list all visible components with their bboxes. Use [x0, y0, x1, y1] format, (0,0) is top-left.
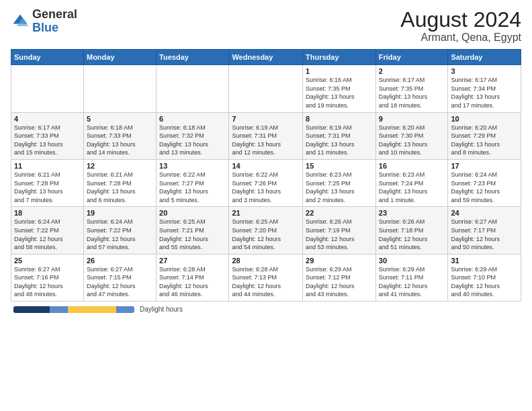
- header: General Blue August 2024 Armant, Qena, E…: [11, 8, 521, 44]
- calendar-cell: 14Sunrise: 6:22 AM Sunset: 7:26 PM Dayli…: [229, 159, 303, 206]
- day-number: 22: [306, 209, 373, 217]
- day-info: Sunrise: 6:18 AM Sunset: 7:32 PM Dayligh…: [159, 124, 226, 157]
- calendar-cell: 3Sunrise: 6:17 AM Sunset: 7:34 PM Daylig…: [448, 65, 521, 112]
- day-info: Sunrise: 6:24 AM Sunset: 7:23 PM Dayligh…: [451, 171, 518, 204]
- calendar-cell: 25Sunrise: 6:27 AM Sunset: 7:16 PM Dayli…: [11, 254, 84, 301]
- calendar-cell: 1Sunrise: 6:16 AM Sunset: 7:35 PM Daylig…: [303, 65, 376, 112]
- day-info: Sunrise: 6:21 AM Sunset: 7:28 PM Dayligh…: [14, 171, 81, 204]
- calendar-cell: 26Sunrise: 6:27 AM Sunset: 7:15 PM Dayli…: [83, 254, 156, 301]
- day-info: Sunrise: 6:25 AM Sunset: 7:20 PM Dayligh…: [232, 218, 300, 251]
- day-info: Sunrise: 6:22 AM Sunset: 7:27 PM Dayligh…: [159, 171, 226, 204]
- day-info: Sunrise: 6:23 AM Sunset: 7:25 PM Dayligh…: [306, 171, 373, 204]
- day-info: Sunrise: 6:25 AM Sunset: 7:21 PM Dayligh…: [159, 218, 226, 251]
- day-info: Sunrise: 6:27 AM Sunset: 7:17 PM Dayligh…: [451, 218, 518, 251]
- day-number: 28: [232, 257, 300, 265]
- col-header-saturday: Saturday: [448, 50, 521, 65]
- calendar-cell: 2Sunrise: 6:17 AM Sunset: 7:35 PM Daylig…: [375, 65, 448, 112]
- day-info: Sunrise: 6:29 AM Sunset: 7:10 PM Dayligh…: [451, 265, 518, 299]
- day-info: Sunrise: 6:28 AM Sunset: 7:13 PM Dayligh…: [232, 265, 300, 299]
- day-info: Sunrise: 6:17 AM Sunset: 7:34 PM Dayligh…: [451, 76, 518, 109]
- day-number: 15: [306, 162, 373, 170]
- calendar-cell: [229, 65, 303, 112]
- col-header-thursday: Thursday: [303, 50, 376, 65]
- day-info: Sunrise: 6:24 AM Sunset: 7:22 PM Dayligh…: [14, 218, 81, 251]
- calendar-cell: 21Sunrise: 6:25 AM Sunset: 7:20 PM Dayli…: [229, 207, 303, 254]
- day-info: Sunrise: 6:23 AM Sunset: 7:24 PM Dayligh…: [379, 171, 445, 204]
- day-number: 1: [306, 67, 373, 75]
- day-number: 27: [159, 257, 226, 265]
- calendar-cell: 16Sunrise: 6:23 AM Sunset: 7:24 PM Dayli…: [375, 159, 448, 206]
- calendar-cell: 29Sunrise: 6:29 AM Sunset: 7:12 PM Dayli…: [303, 254, 376, 301]
- calendar-cell: 28Sunrise: 6:28 AM Sunset: 7:13 PM Dayli…: [229, 254, 303, 301]
- day-info: Sunrise: 6:17 AM Sunset: 7:33 PM Dayligh…: [14, 124, 81, 157]
- day-number: 14: [232, 162, 300, 170]
- title-block: August 2024 Armant, Qena, Egypt: [400, 8, 521, 44]
- day-info: Sunrise: 6:26 AM Sunset: 7:18 PM Dayligh…: [379, 218, 445, 251]
- col-header-friday: Friday: [375, 50, 448, 65]
- day-number: 23: [379, 209, 445, 217]
- col-header-tuesday: Tuesday: [157, 50, 229, 65]
- calendar-cell: 23Sunrise: 6:26 AM Sunset: 7:18 PM Dayli…: [375, 207, 448, 254]
- calendar-cell: 30Sunrise: 6:29 AM Sunset: 7:11 PM Dayli…: [375, 254, 448, 301]
- day-info: Sunrise: 6:20 AM Sunset: 7:30 PM Dayligh…: [379, 124, 445, 157]
- calendar-cell: 12Sunrise: 6:21 AM Sunset: 7:28 PM Dayli…: [83, 159, 156, 206]
- day-segment: [68, 306, 116, 313]
- calendar-cell: [83, 65, 156, 112]
- col-header-monday: Monday: [83, 50, 156, 65]
- day-number: 6: [159, 115, 226, 123]
- calendar-cell: 13Sunrise: 6:22 AM Sunset: 7:27 PM Dayli…: [157, 159, 229, 206]
- day-number: 25: [14, 257, 81, 265]
- page: General Blue August 2024 Armant, Qena, E…: [0, 0, 532, 411]
- page-subtitle: Armant, Qena, Egypt: [400, 32, 521, 44]
- calendar-cell: 15Sunrise: 6:23 AM Sunset: 7:25 PM Dayli…: [303, 159, 376, 206]
- day-number: 20: [159, 209, 226, 217]
- day-number: 31: [451, 257, 518, 265]
- day-number: 3: [451, 67, 518, 75]
- day-info: Sunrise: 6:22 AM Sunset: 7:26 PM Dayligh…: [232, 171, 300, 204]
- night-segment: [13, 306, 50, 313]
- logo-icon: [11, 12, 30, 31]
- day-info: Sunrise: 6:27 AM Sunset: 7:15 PM Dayligh…: [87, 265, 153, 299]
- day-number: 7: [232, 115, 300, 123]
- week-row-1: 4Sunrise: 6:17 AM Sunset: 7:33 PM Daylig…: [11, 112, 521, 159]
- day-number: 16: [379, 162, 445, 170]
- day-number: 10: [451, 115, 518, 123]
- calendar-cell: 7Sunrise: 6:19 AM Sunset: 7:31 PM Daylig…: [229, 112, 303, 159]
- day-info: Sunrise: 6:19 AM Sunset: 7:31 PM Dayligh…: [306, 124, 373, 157]
- day-info: Sunrise: 6:16 AM Sunset: 7:35 PM Dayligh…: [306, 76, 373, 109]
- calendar-cell: 17Sunrise: 6:24 AM Sunset: 7:23 PM Dayli…: [448, 159, 521, 206]
- calendar-cell: 27Sunrise: 6:28 AM Sunset: 7:14 PM Dayli…: [157, 254, 229, 301]
- page-title: August 2024: [400, 8, 521, 32]
- day-number: 18: [14, 209, 81, 217]
- col-header-sunday: Sunday: [11, 50, 84, 65]
- calendar-cell: 18Sunrise: 6:24 AM Sunset: 7:22 PM Dayli…: [11, 207, 84, 254]
- calendar-header: SundayMondayTuesdayWednesdayThursdayFrid…: [11, 50, 521, 65]
- calendar-body: 1Sunrise: 6:16 AM Sunset: 7:35 PM Daylig…: [11, 65, 521, 302]
- day-info: Sunrise: 6:19 AM Sunset: 7:31 PM Dayligh…: [232, 124, 300, 157]
- day-number: 12: [87, 162, 153, 170]
- day-info: Sunrise: 6:29 AM Sunset: 7:11 PM Dayligh…: [379, 265, 445, 299]
- logo: General Blue: [11, 8, 77, 35]
- day-info: Sunrise: 6:27 AM Sunset: 7:16 PM Dayligh…: [14, 265, 81, 299]
- week-row-2: 11Sunrise: 6:21 AM Sunset: 7:28 PM Dayli…: [11, 159, 521, 206]
- day-number: 8: [306, 115, 373, 123]
- day-number: 29: [306, 257, 373, 265]
- twilight-segment: [50, 306, 68, 313]
- day-number: 26: [87, 257, 153, 265]
- logo-blue: Blue: [32, 21, 58, 34]
- day-number: 24: [451, 209, 518, 217]
- daylight-bar: [13, 306, 134, 313]
- day-info: Sunrise: 6:17 AM Sunset: 7:35 PM Dayligh…: [379, 76, 445, 109]
- day-info: Sunrise: 6:29 AM Sunset: 7:12 PM Dayligh…: [306, 265, 373, 299]
- week-row-3: 18Sunrise: 6:24 AM Sunset: 7:22 PM Dayli…: [11, 207, 521, 254]
- calendar-cell: 9Sunrise: 6:20 AM Sunset: 7:30 PM Daylig…: [375, 112, 448, 159]
- day-number: 19: [87, 209, 153, 217]
- calendar-cell: 6Sunrise: 6:18 AM Sunset: 7:32 PM Daylig…: [157, 112, 229, 159]
- twilight2-segment: [116, 306, 134, 313]
- calendar-cell: 11Sunrise: 6:21 AM Sunset: 7:28 PM Dayli…: [11, 159, 84, 206]
- header-row: SundayMondayTuesdayWednesdayThursdayFrid…: [11, 50, 521, 65]
- day-number: 13: [159, 162, 226, 170]
- calendar-cell: 20Sunrise: 6:25 AM Sunset: 7:21 PM Dayli…: [157, 207, 229, 254]
- logo-general: General: [32, 7, 77, 21]
- footer: Daylight hours: [11, 306, 521, 313]
